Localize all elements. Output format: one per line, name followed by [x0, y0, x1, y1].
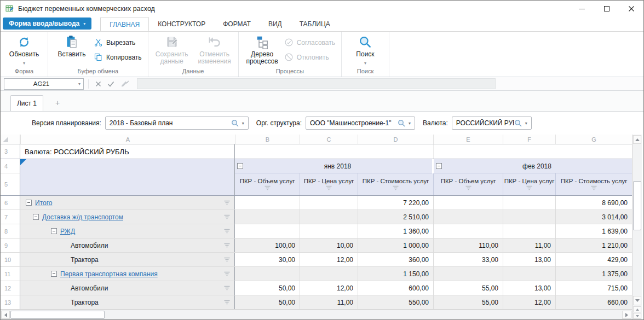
value-cell[interactable]: 10,00 [300, 238, 358, 252]
save-data-button[interactable]: Сохранить данные [151, 33, 193, 65]
filter-icon[interactable] [223, 286, 231, 291]
filter-icon[interactable] [264, 185, 271, 191]
row-label-link[interactable]: РЖД [60, 228, 75, 235]
chevron-down-icon[interactable]: ▾ [522, 121, 528, 126]
row-header[interactable]: 7 [1, 210, 20, 224]
measure-header[interactable]: ПКР - Стоимость услуг [555, 173, 632, 195]
row-header[interactable]: 12 [1, 281, 20, 295]
paste-button[interactable]: Вставить [51, 33, 93, 58]
chevron-down-icon[interactable]: ▾ [405, 121, 412, 126]
hierarchy-cell[interactable]: Итого [20, 196, 235, 210]
search-icon[interactable] [514, 119, 522, 127]
collapse-icon[interactable] [237, 163, 243, 169]
filter-icon[interactable] [590, 185, 597, 191]
hierarchy-cell[interactable]: Трактора [20, 253, 235, 266]
value-cell[interactable]: 12,00 [300, 253, 358, 266]
ribbon-tab[interactable]: ВИД [260, 17, 291, 31]
filter-icon[interactable] [223, 243, 231, 248]
value-cell[interactable] [300, 267, 358, 281]
collapse-icon[interactable] [33, 214, 39, 220]
column-header[interactable]: F [503, 135, 555, 144]
value-cell[interactable] [300, 210, 358, 224]
month-group-header[interactable]: фев 2018 [434, 159, 632, 173]
value-cell[interactable]: 600,00 [358, 281, 433, 295]
ribbon-tab[interactable]: ТАБЛИЦА [291, 17, 339, 31]
filter-icon[interactable] [223, 214, 231, 220]
value-cell[interactable]: 2 510,00 [358, 210, 433, 224]
row-header[interactable]: 11 [1, 267, 20, 281]
column-header[interactable]: C [300, 135, 358, 144]
cancel-entry-icon[interactable] [95, 81, 101, 87]
add-sheet-button[interactable]: + [51, 97, 64, 108]
value-cell[interactable] [433, 210, 503, 224]
close-button[interactable] [619, 1, 643, 17]
value-cell[interactable]: 660,00 [555, 295, 632, 309]
io-form-menu-button[interactable]: Форма ввода/вывода ▾ [3, 18, 91, 30]
search-icon[interactable] [231, 119, 239, 127]
value-cell[interactable]: 1 375,00 [555, 267, 632, 281]
maximize-button[interactable] [594, 1, 619, 17]
month-group-header[interactable]: янв 2018 [235, 159, 432, 173]
decline-button[interactable]: Отклонить [284, 53, 338, 62]
undo-changes-button[interactable]: Отменить изменения [194, 33, 235, 65]
value-cell[interactable]: 13,00 [503, 253, 555, 266]
row-header[interactable]: 5 [1, 173, 20, 195]
value-cell[interactable]: 30,00 [235, 253, 300, 266]
currency-combo[interactable]: РОССИЙСКИЙ РУБЛЬ ▾ [452, 117, 532, 130]
org-structure-combo[interactable]: ООО "Машиностроение-1" ▾ [306, 117, 415, 130]
hierarchy-cell[interactable]: Трактора [20, 295, 235, 309]
cell[interactable] [235, 144, 433, 159]
value-cell[interactable]: 7 220,00 [358, 196, 433, 210]
select-all-corner[interactable] [1, 135, 20, 144]
hierarchy-cell[interactable]: РЖД [20, 224, 235, 238]
ribbon-tab[interactable]: ФОРМАТ [214, 17, 260, 31]
value-cell[interactable]: 1 360,00 [358, 224, 433, 238]
horizontal-scroll-thumb[interactable] [10, 311, 105, 319]
filter-icon[interactable] [223, 300, 231, 305]
ribbon-tab[interactable]: ГЛАВНАЯ [100, 17, 149, 31]
value-cell[interactable]: 12,00 [503, 295, 555, 309]
vertical-scrollbar[interactable] [632, 135, 642, 319]
value-cell[interactable]: 50,00 [235, 295, 300, 309]
column-header[interactable]: G [555, 135, 632, 144]
column-header[interactable]: E [433, 135, 503, 144]
search-icon[interactable] [398, 119, 405, 127]
hierarchy-cell[interactable]: Доставка ж/д транспортом [20, 210, 235, 224]
value-cell[interactable]: 1 150,00 [358, 267, 433, 281]
cell[interactable] [433, 144, 632, 159]
hierarchy-cell[interactable]: Первая транспортная компания [20, 267, 235, 281]
column-header[interactable]: B [235, 135, 300, 144]
value-cell[interactable] [433, 224, 503, 238]
value-cell[interactable]: 1 000,00 [358, 238, 433, 252]
scroll-up-button[interactable] [633, 135, 641, 144]
filter-icon[interactable] [223, 229, 231, 234]
value-cell[interactable] [235, 196, 300, 210]
page-up-button[interactable] [633, 306, 641, 312]
measure-header[interactable]: ПКР - Цена услуг [503, 173, 555, 195]
value-cell[interactable]: 550,00 [358, 295, 433, 309]
hierarchy-cell[interactable]: Автомобили [20, 238, 235, 252]
filter-icon[interactable] [465, 185, 472, 191]
row-header[interactable]: 9 [1, 238, 20, 252]
value-cell[interactable]: 1 210,00 [555, 238, 632, 252]
value-cell[interactable] [300, 196, 358, 210]
value-cell[interactable]: 13,00 [503, 281, 555, 295]
value-cell[interactable]: 429,00 [555, 253, 632, 266]
value-cell[interactable]: 1 639,00 [555, 224, 632, 238]
horizontal-scrollbar[interactable] [1, 310, 632, 319]
measure-header[interactable]: ПКР - Цена услуг [300, 173, 358, 195]
value-cell[interactable] [433, 196, 503, 210]
row-header[interactable]: 8 [1, 224, 20, 238]
measure-header[interactable]: ПКР - Объем услуг [235, 173, 300, 195]
scroll-right-button[interactable] [622, 311, 631, 319]
ribbon-tab[interactable]: КОНСТРУКТОР [149, 17, 214, 31]
copy-button[interactable]: Копировать [94, 53, 145, 62]
value-cell[interactable] [503, 224, 555, 238]
chevron-down-icon[interactable]: ▾ [239, 121, 245, 126]
vertical-scroll-thumb[interactable] [633, 181, 641, 230]
scroll-left-button[interactable] [1, 311, 10, 319]
collapse-icon[interactable] [51, 228, 57, 234]
value-cell[interactable]: 55,00 [433, 281, 503, 295]
row-header[interactable]: 4 [1, 159, 20, 173]
value-cell[interactable]: 100,00 [235, 238, 300, 252]
